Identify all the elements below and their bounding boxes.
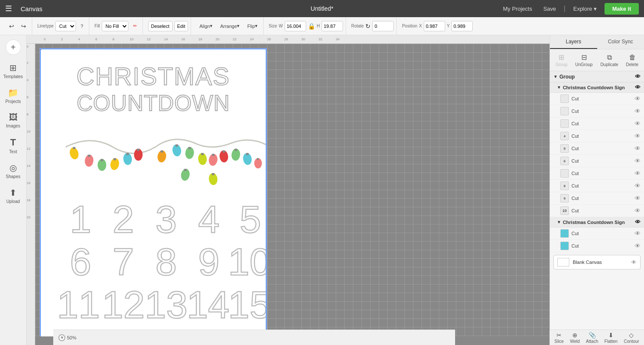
y-input[interactable]	[451, 21, 473, 31]
blank-canvas-item[interactable]: Blank Canvas 👁	[553, 255, 641, 269]
ruler-left: 0 2 4 6 8 10 12 14 16 18 20	[27, 44, 35, 345]
subgroup1-header[interactable]: ▼ Christmas Countdown Sign 👁	[550, 82, 644, 93]
design-area[interactable]: ✕ 16.004" 19.87" CHRISTMAS COUNTDOWN	[39, 48, 267, 336]
x-input[interactable]	[424, 21, 445, 31]
my-projects-button[interactable]: My Projects	[500, 4, 536, 14]
group-eye-icon[interactable]: 👁	[635, 73, 641, 80]
group-header[interactable]: ▼ Group 👁	[550, 71, 644, 82]
text-label: Text	[9, 149, 17, 154]
app-title: Canvas	[21, 5, 43, 12]
layer-item[interactable]: 9 Cut 👁	[550, 192, 644, 205]
layer-item[interactable]: Cut 👁	[550, 93, 644, 105]
linetype-label: Linetype	[37, 24, 54, 28]
rotate-input[interactable]	[372, 21, 394, 31]
arrange-button[interactable]: Arrange ▾	[217, 21, 243, 30]
svg-text:5: 5	[240, 198, 261, 241]
canvas-content[interactable]: ✕ 16.004" 19.87" CHRISTMAS COUNTDOWN	[35, 44, 550, 336]
layer-item[interactable]: Cut 👁	[550, 105, 644, 118]
group-action-button[interactable]: ⊞ Group	[552, 52, 571, 68]
layer-label: Cut	[571, 146, 635, 151]
layer-eye-icon[interactable]: 👁	[635, 230, 641, 237]
sidebar-item-shapes[interactable]: ◎ Shapes	[2, 159, 25, 182]
menu-icon[interactable]: ☰	[5, 4, 12, 13]
ungroup-action-button[interactable]: ⊟ UnGroup	[572, 52, 596, 68]
layer-item[interactable]: 6 Cut 👁	[550, 155, 644, 167]
layer-item[interactable]: 4 Cut 👁	[550, 130, 644, 142]
layer-item-teal1[interactable]: Cut 👁	[550, 227, 644, 240]
sidebar-item-upload[interactable]: ⬆ Upload	[2, 184, 25, 207]
align-button[interactable]: Align ▾	[196, 21, 215, 30]
zoom-icon: ⊕	[58, 334, 65, 341]
sidebar-item-templates[interactable]: ⊞ Templates	[2, 59, 25, 82]
fill-select[interactable]: No Fill	[102, 21, 128, 31]
svg-text:3: 3	[155, 198, 177, 241]
svg-text:7: 7	[112, 240, 134, 283]
layer-item[interactable]: 8 Cut 👁	[550, 180, 644, 192]
layer-item[interactable]: 5 Cut 👁	[550, 142, 644, 155]
attach-icon: 📎	[589, 332, 596, 339]
layer-eye-icon[interactable]: 👁	[635, 145, 641, 152]
zoom-label: 50%	[67, 335, 76, 340]
flatten-button[interactable]: ⬇ Flatten	[602, 331, 620, 345]
undo-button[interactable]: ↩	[6, 21, 17, 31]
svg-text:10: 10	[228, 240, 267, 283]
svg-rect-27	[234, 149, 237, 151]
blank-canvas-eye-icon[interactable]: 👁	[631, 259, 637, 266]
fill-color-button[interactable]: ✏	[130, 21, 140, 30]
explore-button[interactable]: Explore ▾	[570, 4, 600, 14]
svg-rect-3	[73, 147, 76, 149]
delete-action-button[interactable]: 🗑 Delete	[623, 52, 642, 68]
subgroup2-header[interactable]: ▼ Christmas Countdown Sign 👁	[550, 217, 644, 227]
deselect-button[interactable]: Deselect	[148, 21, 173, 31]
attach-label: Attach	[586, 339, 598, 344]
new-button[interactable]: +	[6, 39, 21, 55]
layer-eye-icon[interactable]: 👁	[635, 207, 641, 214]
sidebar-item-text[interactable]: T Text	[2, 133, 25, 157]
projects-icon: 📁	[8, 88, 18, 98]
layer-item[interactable]: Cut 👁	[550, 118, 644, 130]
svg-text:15: 15	[228, 283, 267, 326]
layer-eye-icon[interactable]: 👁	[635, 133, 641, 139]
subgroup1-label: Christmas Countdown Sign	[563, 85, 625, 90]
tab-layers[interactable]: Layers	[550, 35, 597, 49]
flatten-label: Flatten	[605, 339, 618, 344]
tab-color-sync[interactable]: Color Sync	[597, 35, 644, 49]
save-button[interactable]: Save	[540, 4, 559, 14]
attach-button[interactable]: 📎 Attach	[583, 331, 601, 345]
templates-label: Templates	[3, 74, 23, 79]
layer-item[interactable]: 10 Cut 👁	[550, 205, 644, 217]
make-it-button[interactable]: Make it	[605, 3, 639, 15]
canvas-area[interactable]: 0 2 4 6 8 10 12 14 16 18 20 22 24 26 28 …	[27, 35, 550, 345]
subgroup2-eye-icon[interactable]: 👁	[635, 219, 641, 225]
layer-eye-icon[interactable]: 👁	[635, 182, 641, 189]
layer-thumbnail: 9	[560, 194, 569, 203]
layer-eye-icon[interactable]: 👁	[635, 95, 641, 102]
layer-item[interactable]: Cut 👁	[550, 167, 644, 180]
sidebar-item-images[interactable]: 🖼 Images	[2, 109, 25, 132]
duplicate-action-button[interactable]: ⧉ Duplicate	[597, 52, 622, 68]
layer-eye-icon[interactable]: 👁	[635, 108, 641, 115]
edit-button[interactable]: Edit	[174, 21, 188, 31]
upload-label: Upload	[6, 199, 20, 204]
redo-button[interactable]: ↪	[18, 21, 29, 31]
subgroup1-eye-icon[interactable]: 👁	[635, 84, 641, 91]
contour-button[interactable]: ◇ Contour	[621, 331, 642, 345]
height-input[interactable]	[322, 21, 343, 31]
undo-redo-group: ↩ ↪	[3, 17, 32, 35]
sidebar-item-projects[interactable]: 📁 Projects	[2, 84, 25, 107]
layer-eye-icon[interactable]: 👁	[635, 120, 641, 127]
christmas-design-svg: CHRISTMAS COUNTDOWN	[40, 48, 267, 336]
slice-button[interactable]: ✂ Slice	[552, 331, 566, 345]
weld-button[interactable]: ⊕ Weld	[568, 331, 583, 345]
layer-eye-icon[interactable]: 👁	[635, 195, 641, 202]
linetype-help-button[interactable]: ?	[78, 22, 86, 30]
linetype-select[interactable]: Cut	[55, 21, 76, 31]
width-input[interactable]	[285, 21, 306, 31]
svg-rect-13	[137, 149, 140, 151]
layer-eye-icon[interactable]: 👁	[635, 170, 641, 177]
flip-button[interactable]: Flip ▾	[244, 21, 261, 30]
layer-eye-icon[interactable]: 👁	[635, 242, 641, 249]
lock-icon[interactable]: 🔒	[308, 23, 315, 30]
layer-item-teal2[interactable]: Cut 👁	[550, 240, 644, 252]
layer-eye-icon[interactable]: 👁	[635, 157, 641, 164]
